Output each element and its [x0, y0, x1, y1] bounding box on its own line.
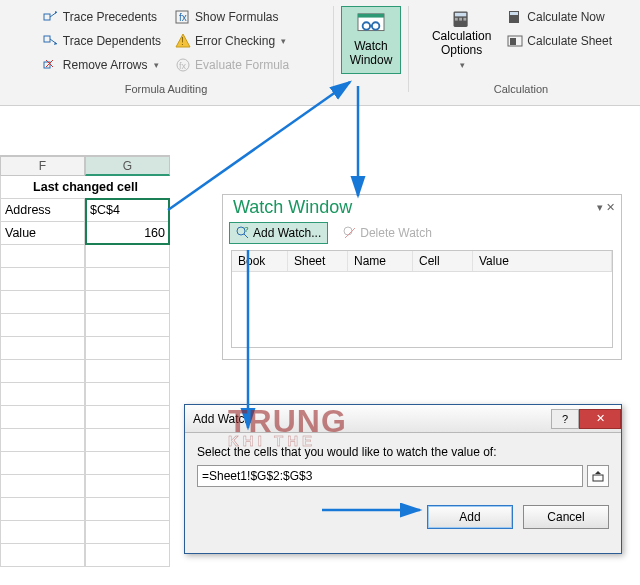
label: Trace Precedents: [63, 10, 157, 24]
watch-list[interactable]: Book Sheet Name Cell Value: [231, 250, 613, 348]
svg-text:!: !: [181, 36, 184, 47]
range-picker-button[interactable]: [587, 465, 609, 487]
header-cell[interactable]: Last changed cell: [0, 176, 170, 199]
watch-pane-controls[interactable]: ▾ ✕: [597, 201, 615, 214]
spreadsheet[interactable]: F G Last changed cell Address $C$4 Value…: [0, 155, 170, 567]
label: Calculate Now: [527, 10, 604, 24]
show-formulas-button[interactable]: fx Show Formulas: [171, 6, 293, 28]
cell[interactable]: [0, 429, 85, 452]
delete-watch-icon: [343, 226, 357, 240]
col-sheet[interactable]: Sheet: [288, 251, 348, 271]
cell-f2[interactable]: Address: [0, 199, 85, 222]
watermark: TRUNG KHI THE: [228, 408, 347, 448]
watch-window-button[interactable]: Watch Window: [341, 6, 401, 74]
trace-dependents-button[interactable]: Trace Dependents: [39, 30, 165, 52]
cell[interactable]: [0, 268, 85, 291]
remove-arrows-icon: [43, 57, 59, 73]
col-header-g[interactable]: G: [85, 156, 170, 176]
cell[interactable]: [85, 268, 170, 291]
label: Delete Watch: [360, 226, 432, 240]
col-name[interactable]: Name: [348, 251, 413, 271]
label: Trace Dependents: [63, 34, 161, 48]
add-button[interactable]: Add: [427, 505, 513, 529]
cell[interactable]: [85, 475, 170, 498]
range-input[interactable]: [197, 465, 583, 487]
col-book[interactable]: Book: [232, 251, 288, 271]
remove-arrows-button[interactable]: Remove Arrows: [39, 54, 165, 76]
svg-text:fx: fx: [179, 12, 187, 23]
cell-f3[interactable]: Value: [0, 222, 85, 245]
trace-precedents-button[interactable]: Trace Precedents: [39, 6, 165, 28]
label: Calculation Options: [432, 30, 491, 58]
error-checking-icon: !: [175, 33, 191, 49]
svg-rect-21: [455, 13, 466, 17]
cell[interactable]: [0, 337, 85, 360]
calc-now-icon: [507, 9, 523, 25]
cell[interactable]: [85, 291, 170, 314]
cell[interactable]: [0, 383, 85, 406]
error-checking-button[interactable]: ! Error Checking: [171, 30, 293, 52]
cancel-button[interactable]: Cancel: [523, 505, 609, 529]
cell[interactable]: [85, 360, 170, 383]
svg-rect-3: [44, 36, 50, 42]
svg-rect-24: [463, 18, 466, 21]
close-button[interactable]: ✕: [579, 409, 621, 429]
trace-precedents-icon: [43, 9, 59, 25]
svg-rect-0: [44, 14, 50, 20]
cell[interactable]: [85, 429, 170, 452]
watch-pane-title: Watch Window: [233, 197, 352, 218]
delete-watch-button: Delete Watch: [336, 222, 439, 244]
cell[interactable]: [85, 406, 170, 429]
cell[interactable]: [0, 245, 85, 268]
calculation-options-button[interactable]: Calculation Options: [426, 6, 497, 74]
col-cell[interactable]: Cell: [413, 251, 473, 271]
svg-rect-28: [510, 38, 516, 45]
label: Calculate Sheet: [527, 34, 612, 48]
label: Show Formulas: [195, 10, 278, 24]
calc-sheet-icon: [507, 33, 523, 49]
cell[interactable]: [0, 406, 85, 429]
add-watch-button[interactable]: ? Add Watch...: [229, 222, 328, 244]
svg-text:fx: fx: [179, 61, 187, 71]
svg-marker-35: [595, 471, 601, 474]
label: Error Checking: [195, 34, 275, 48]
svg-line-33: [345, 228, 355, 238]
cell-g2[interactable]: $C$4: [85, 199, 170, 222]
help-button[interactable]: ?: [551, 409, 579, 429]
cell[interactable]: [0, 498, 85, 521]
cell[interactable]: [0, 360, 85, 383]
cell-g3[interactable]: 160: [85, 222, 170, 245]
cell[interactable]: [0, 475, 85, 498]
svg-rect-26: [510, 12, 518, 15]
calculation-options-icon: [447, 10, 477, 28]
cell[interactable]: [85, 337, 170, 360]
cell[interactable]: [85, 452, 170, 475]
cell[interactable]: [0, 452, 85, 475]
watch-list-headers: Book Sheet Name Cell Value: [232, 251, 612, 272]
svg-rect-23: [459, 18, 462, 21]
calculate-sheet-button[interactable]: Calculate Sheet: [503, 30, 616, 52]
evaluate-formula-button: fx Evaluate Formula: [171, 54, 293, 76]
cell[interactable]: [0, 291, 85, 314]
trace-dependents-icon: [43, 33, 59, 49]
group-formula-auditing: Trace Precedents Trace Dependents Remove…: [6, 6, 326, 93]
cell[interactable]: [85, 383, 170, 406]
group-calculation: Calculation Options Calculate Now Calcul…: [416, 6, 626, 93]
cell[interactable]: [85, 245, 170, 268]
col-header-f[interactable]: F: [0, 156, 85, 176]
watch-window-pane: Watch Window ▾ ✕ ? Add Watch... Delete W…: [222, 194, 622, 360]
separator: [333, 6, 334, 92]
cell[interactable]: [85, 314, 170, 337]
cell[interactable]: [85, 498, 170, 521]
svg-text:?: ?: [244, 226, 249, 234]
watch-window-icon: [356, 12, 386, 38]
collapse-dialog-icon: [592, 470, 604, 482]
cell[interactable]: [0, 544, 85, 567]
cell[interactable]: [0, 521, 85, 544]
calculate-now-button[interactable]: Calculate Now: [503, 6, 616, 28]
cell[interactable]: [85, 544, 170, 567]
svg-line-30: [244, 234, 248, 238]
col-value[interactable]: Value: [473, 251, 612, 271]
cell[interactable]: [0, 314, 85, 337]
cell[interactable]: [85, 521, 170, 544]
